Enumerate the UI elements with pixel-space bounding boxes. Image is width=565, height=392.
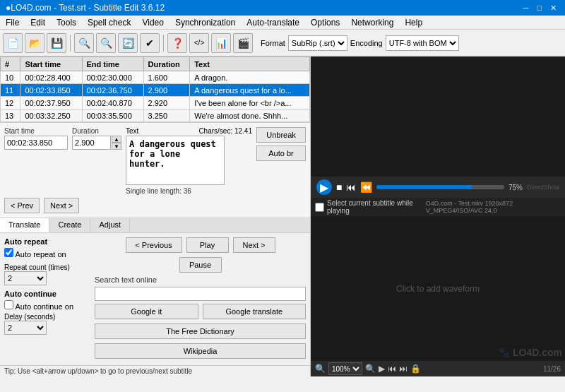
delay-select[interactable]: 2 3 bbox=[4, 321, 47, 335]
next-button[interactable]: Next > bbox=[44, 198, 79, 213]
menu-spell-check[interactable]: Spell check bbox=[82, 16, 136, 29]
auto-repeat-on-toggle[interactable]: Auto repeat on bbox=[4, 248, 89, 259]
wave-back-button[interactable]: ⏮ bbox=[388, 364, 396, 374]
video-display bbox=[311, 57, 565, 177]
subtitle-text-input[interactable]: A dangerous quest for a lone hunter. bbox=[126, 136, 225, 185]
auto-continue-on-toggle[interactable]: Auto continue on bbox=[4, 300, 89, 311]
play-waveform-button[interactable]: ▶ bbox=[379, 364, 385, 374]
subtitle-table-container: # Start time End time Duration Text 10 0… bbox=[0, 57, 310, 123]
row-start: 00:03:32.250 bbox=[20, 109, 82, 122]
menu-options[interactable]: Options bbox=[305, 16, 345, 29]
new-button[interactable]: 📄 bbox=[3, 33, 23, 53]
row-end: 00:02:40.870 bbox=[82, 97, 143, 109]
tab-create[interactable]: Create bbox=[49, 218, 90, 232]
menu-file[interactable]: File bbox=[0, 16, 25, 29]
repeat-count-section: Repeat count (times) 2 3 4 bbox=[4, 261, 89, 285]
row-num: 11 bbox=[1, 84, 20, 97]
help-button[interactable]: ❓ bbox=[167, 33, 187, 53]
auto-br-button[interactable]: Auto br bbox=[256, 145, 306, 161]
tab-translate[interactable]: Translate bbox=[0, 218, 49, 232]
next-playback-button[interactable]: Next > bbox=[233, 237, 275, 253]
video-button[interactable]: 🎬 bbox=[233, 33, 253, 53]
play-video-button[interactable]: ▶ bbox=[316, 179, 332, 195]
tab-adjust[interactable]: Adjust bbox=[90, 218, 130, 232]
close-button[interactable]: ✕ bbox=[547, 4, 559, 13]
menu-help[interactable]: Help bbox=[399, 16, 428, 29]
table-row[interactable]: 13 00:03:32.250 00:03:35.500 3.250 We're… bbox=[1, 109, 310, 122]
menu-tools[interactable]: Tools bbox=[51, 16, 82, 29]
menu-video[interactable]: Video bbox=[136, 16, 169, 29]
stop-button[interactable]: ■ bbox=[336, 182, 342, 193]
row-text: A dangerous quest for a lo... bbox=[190, 84, 310, 97]
dictionary-button[interactable]: The Free Dictionary bbox=[95, 323, 306, 339]
repeat-count-select[interactable]: 2 3 4 bbox=[4, 271, 47, 285]
zoom-in-button[interactable]: 🔍 bbox=[365, 364, 376, 374]
previous-button[interactable]: < Previous bbox=[126, 237, 182, 253]
zoom-out-button[interactable]: 🔍 bbox=[315, 364, 326, 374]
prev-button[interactable]: < Prev bbox=[4, 198, 40, 213]
row-num: 13 bbox=[1, 109, 20, 122]
progress-bar[interactable] bbox=[376, 185, 504, 189]
pause-button[interactable]: Pause bbox=[179, 257, 222, 273]
open-button[interactable]: 📂 bbox=[25, 33, 44, 53]
fix-button[interactable]: 🔄 bbox=[118, 33, 138, 53]
duration-up-button[interactable]: ▲ bbox=[112, 136, 121, 143]
play-button[interactable]: Play bbox=[186, 237, 229, 253]
frame-back-button[interactable]: ⏪ bbox=[360, 182, 372, 193]
duration-down-button[interactable]: ▼ bbox=[112, 143, 121, 150]
auto-repeat-checkbox[interactable] bbox=[4, 248, 13, 257]
text-header: Text bbox=[126, 127, 138, 135]
check-button[interactable]: ✔ bbox=[140, 33, 160, 53]
tab-bar: Translate Create Adjust bbox=[0, 218, 310, 233]
lock-button[interactable]: 🔒 bbox=[410, 364, 421, 374]
wave-forward-button[interactable]: ⏭ bbox=[399, 364, 408, 374]
row-start: 00:02:28.400 bbox=[20, 71, 82, 84]
action-buttons: Unbreak Auto br bbox=[256, 127, 306, 161]
source-button[interactable]: </> bbox=[189, 33, 209, 53]
table-row-selected[interactable]: 11 00:02:33.850 00:02:36.750 2.900 A dan… bbox=[1, 84, 310, 97]
find-button[interactable]: 🔍 bbox=[74, 33, 94, 53]
google-translate-button[interactable]: Google translate bbox=[203, 304, 307, 319]
row-text: We're almost done. Shhh... bbox=[190, 109, 310, 122]
table-row[interactable]: 12 00:02:37.950 00:02:40.870 2.920 I've … bbox=[1, 97, 310, 109]
google-button[interactable]: Google it bbox=[95, 304, 198, 319]
zoom-select[interactable]: 100% 75% 50% bbox=[328, 362, 362, 375]
separator-2 bbox=[163, 35, 164, 52]
menu-edit[interactable]: Edit bbox=[25, 16, 51, 29]
search-online-input[interactable] bbox=[95, 287, 306, 301]
col-end: End time bbox=[82, 57, 143, 71]
menu-auto-translate[interactable]: Auto-translate bbox=[241, 16, 305, 29]
minimize-button[interactable]: ─ bbox=[521, 4, 532, 13]
format-section: Format SubRip (.srt) Encoding UTF-8 with… bbox=[261, 35, 459, 51]
waveform-button[interactable]: 📊 bbox=[211, 33, 231, 53]
auto-continue-section: Auto continue Auto continue on Delay (se… bbox=[4, 290, 89, 335]
search-buttons: Google it Google translate bbox=[95, 304, 306, 319]
col-text: Text bbox=[190, 57, 310, 71]
col-start: Start time bbox=[20, 57, 82, 71]
unbreak-button[interactable]: Unbreak bbox=[256, 127, 306, 143]
table-row[interactable]: 10 00:02:28.400 00:02:30.000 1.600 A dra… bbox=[1, 71, 310, 84]
subtitle-table: # Start time End time Duration Text 10 0… bbox=[0, 57, 310, 122]
waveform-area[interactable]: Click to add waveform 🐾 LO4D.com bbox=[311, 216, 565, 361]
playback-buttons: < Previous Play Next > bbox=[95, 237, 306, 253]
select-subtitle-label: Select current subtitle while playing bbox=[327, 199, 420, 215]
wikipedia-button[interactable]: Wikipedia bbox=[95, 343, 306, 359]
auto-continue-checkbox[interactable] bbox=[4, 300, 13, 309]
save-button[interactable]: 💾 bbox=[47, 33, 66, 53]
select-subtitle-checkbox[interactable] bbox=[315, 203, 324, 212]
format-label: Format bbox=[261, 39, 285, 47]
rewind-button[interactable]: ⏮ bbox=[346, 182, 356, 193]
encoding-label: Encoding bbox=[350, 39, 383, 47]
menu-synchronization[interactable]: Synchronization bbox=[170, 16, 241, 29]
row-duration: 2.900 bbox=[143, 84, 190, 97]
format-select[interactable]: SubRip (.srt) bbox=[288, 35, 347, 51]
duration-input[interactable] bbox=[72, 136, 111, 150]
find-replace-button[interactable]: 🔍 bbox=[96, 33, 116, 53]
maximize-button[interactable]: □ bbox=[534, 4, 545, 13]
encoding-select[interactable]: UTF-8 with BOM bbox=[386, 35, 459, 51]
start-time-input[interactable] bbox=[4, 136, 68, 150]
row-text: A dragon. bbox=[190, 71, 310, 84]
menu-networking[interactable]: Networking bbox=[345, 16, 399, 29]
titlebar: ●LO4D.com - Test.srt - Subtitle Edit 3.6… bbox=[0, 0, 565, 16]
duration-group: Duration ▲ ▼ bbox=[72, 127, 121, 150]
